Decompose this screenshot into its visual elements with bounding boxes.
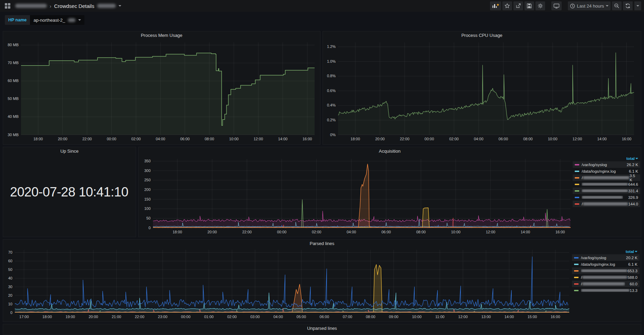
svg-text:04:00: 04:00 bbox=[474, 137, 483, 141]
svg-text:250: 250 bbox=[144, 178, 151, 182]
acquisition-chart[interactable]: 05010015020025030035018:0020:0022:0000:0… bbox=[141, 156, 573, 236]
refresh-button[interactable] bbox=[623, 1, 633, 10]
svg-text:40: 40 bbox=[8, 276, 12, 280]
series-color-swatch bbox=[575, 203, 579, 205]
svg-text:23:00: 23:00 bbox=[158, 315, 167, 319]
breadcrumb-separator: › bbox=[50, 3, 51, 9]
svg-text:16:00: 16:00 bbox=[303, 137, 312, 141]
svg-text:80 MB: 80 MB bbox=[8, 43, 19, 47]
svg-text:16:00: 16:00 bbox=[622, 137, 632, 141]
panel-title-unparsed[interactable]: Unparsed lines bbox=[3, 324, 641, 332]
settings-button[interactable] bbox=[535, 1, 545, 10]
panel-title-up-since[interactable]: Up Since bbox=[3, 147, 136, 155]
series-color-swatch bbox=[574, 270, 579, 272]
panel-title-parsed[interactable]: Parsed lines bbox=[3, 240, 641, 247]
svg-text:0.6%: 0.6% bbox=[327, 89, 336, 93]
time-range-caret-icon bbox=[606, 5, 609, 7]
cycle-view-button[interactable] bbox=[551, 1, 562, 10]
legend-sort-header[interactable]: total bbox=[572, 248, 640, 254]
zoom-out-button[interactable] bbox=[612, 1, 622, 10]
time-range-picker[interactable]: Last 24 hours bbox=[568, 1, 611, 10]
share-button[interactable] bbox=[513, 1, 523, 10]
legend-row[interactable]: /60.0 bbox=[572, 281, 640, 287]
svg-text:18:00: 18:00 bbox=[33, 137, 43, 141]
svg-text:19:00: 19:00 bbox=[65, 315, 75, 319]
svg-text:12:00: 12:00 bbox=[458, 315, 468, 319]
dashboard-dropdown-caret-icon[interactable] bbox=[119, 5, 121, 7]
svg-text:30 MB: 30 MB bbox=[8, 133, 19, 137]
legend-row[interactable]: /588.0 bbox=[572, 274, 640, 281]
svg-text:00:00: 00:00 bbox=[425, 137, 434, 141]
svg-text:12:00: 12:00 bbox=[486, 230, 495, 234]
save-button[interactable] bbox=[524, 1, 534, 10]
series-total-value: 331.4 bbox=[628, 189, 638, 193]
svg-text:00:00: 00:00 bbox=[107, 137, 116, 141]
apps-grid-icon[interactable] bbox=[5, 3, 10, 9]
svg-text:18:00: 18:00 bbox=[42, 315, 52, 319]
svg-text:16:00: 16:00 bbox=[551, 315, 560, 319]
panel-title-acquisition[interactable]: Acquisition bbox=[139, 147, 641, 155]
panel-title-mem[interactable]: Process Mem Usage bbox=[3, 31, 320, 39]
svg-text:22:00: 22:00 bbox=[242, 230, 252, 234]
panel-parsed-lines: Parsed lines 01020304050607017:0018:0019… bbox=[3, 239, 641, 322]
panel-unparsed-lines: Unparsed lines bbox=[3, 324, 641, 335]
series-total-value: 644.6 bbox=[628, 182, 638, 186]
refresh-interval-caret-icon bbox=[636, 5, 639, 7]
svg-text:0%: 0% bbox=[330, 133, 336, 137]
series-color-swatch bbox=[575, 190, 579, 192]
series-total-value: 653.3 bbox=[627, 269, 637, 273]
svg-text:0: 0 bbox=[10, 311, 12, 315]
clock-icon bbox=[570, 3, 575, 9]
refresh-interval-dropdown[interactable] bbox=[634, 1, 641, 10]
variable-label: HP name bbox=[5, 15, 30, 25]
legend-row[interactable]: /144.0 bbox=[573, 201, 640, 207]
svg-text:02:00: 02:00 bbox=[312, 230, 321, 234]
svg-text:22:00: 22:00 bbox=[135, 315, 144, 319]
legend-sort-header[interactable]: total bbox=[573, 155, 640, 161]
svg-text:20:00: 20:00 bbox=[207, 230, 217, 234]
mem-usage-chart[interactable]: 30 MB40 MB50 MB60 MB70 MB80 MB18:0020:00… bbox=[4, 40, 318, 144]
svg-text:08:00: 08:00 bbox=[523, 137, 533, 141]
svg-text:06:00: 06:00 bbox=[320, 315, 329, 319]
legend-row[interactable]: 644.6 bbox=[573, 181, 640, 187]
legend-row[interactable]: /3.5 K bbox=[573, 174, 640, 181]
grafana-dashboard: › Crowdsec Details bbox=[0, 0, 644, 335]
svg-text:00:00: 00:00 bbox=[277, 230, 287, 234]
legend-row[interactable]: 13.3 bbox=[572, 287, 640, 294]
legend-row[interactable]: 653.3 bbox=[572, 267, 640, 274]
legend-row[interactable]: /var/log/syslog20.2 K bbox=[572, 254, 640, 261]
series-total-value: 20.2 K bbox=[626, 256, 637, 260]
cpu-usage-chart[interactable]: 0%0.2%0.4%0.6%0.8%1.0%1.2%18:0020:0022:0… bbox=[324, 40, 639, 144]
series-label: / bbox=[582, 202, 628, 206]
add-panel-button[interactable] bbox=[490, 1, 501, 10]
legend-row[interactable]: /data/logs/nginx.log6.1 K bbox=[572, 261, 640, 267]
dashboard-title-suffix-redacted bbox=[97, 4, 116, 8]
breadcrumb-folder-redacted[interactable] bbox=[15, 4, 47, 8]
series-color-swatch bbox=[574, 290, 579, 291]
panel-process-mem-usage: Process Mem Usage 30 MB40 MB50 MB60 MB70… bbox=[3, 31, 320, 145]
svg-text:1.2%: 1.2% bbox=[327, 44, 336, 49]
svg-text:20:00: 20:00 bbox=[375, 137, 385, 141]
variable-value-dropdown[interactable]: ap-northeast-2_ bbox=[30, 15, 84, 25]
svg-text:100: 100 bbox=[144, 206, 151, 211]
svg-text:10:00: 10:00 bbox=[548, 137, 558, 141]
star-button[interactable] bbox=[502, 1, 512, 10]
svg-text:40 MB: 40 MB bbox=[8, 114, 19, 119]
svg-text:50: 50 bbox=[8, 267, 12, 272]
svg-text:300: 300 bbox=[144, 169, 151, 173]
legend-row[interactable]: 331.4 bbox=[573, 187, 640, 194]
svg-text:18:00: 18:00 bbox=[350, 137, 360, 141]
svg-text:10:00: 10:00 bbox=[412, 315, 422, 319]
legend-row[interactable]: 326.9 bbox=[573, 194, 640, 201]
legend-row[interactable]: /var/log/syslog26.2 K bbox=[573, 161, 640, 168]
variable-value-text: ap-northeast-2_ bbox=[33, 18, 65, 23]
acquisition-legend: total/var/log/syslog26.2 K/data/logs/ngi… bbox=[573, 155, 640, 207]
svg-text:09:00: 09:00 bbox=[389, 315, 399, 319]
svg-text:01:00: 01:00 bbox=[204, 315, 214, 319]
svg-text:20:00: 20:00 bbox=[58, 137, 68, 141]
parsed-lines-chart[interactable]: 01020304050607017:0018:0019:0020:0021:00… bbox=[4, 248, 571, 322]
dashboard-title[interactable]: Crowdsec Details bbox=[54, 3, 94, 9]
svg-text:12:00: 12:00 bbox=[573, 137, 582, 141]
svg-text:10: 10 bbox=[8, 302, 12, 306]
panel-title-cpu[interactable]: Process CPU Usage bbox=[323, 31, 641, 39]
